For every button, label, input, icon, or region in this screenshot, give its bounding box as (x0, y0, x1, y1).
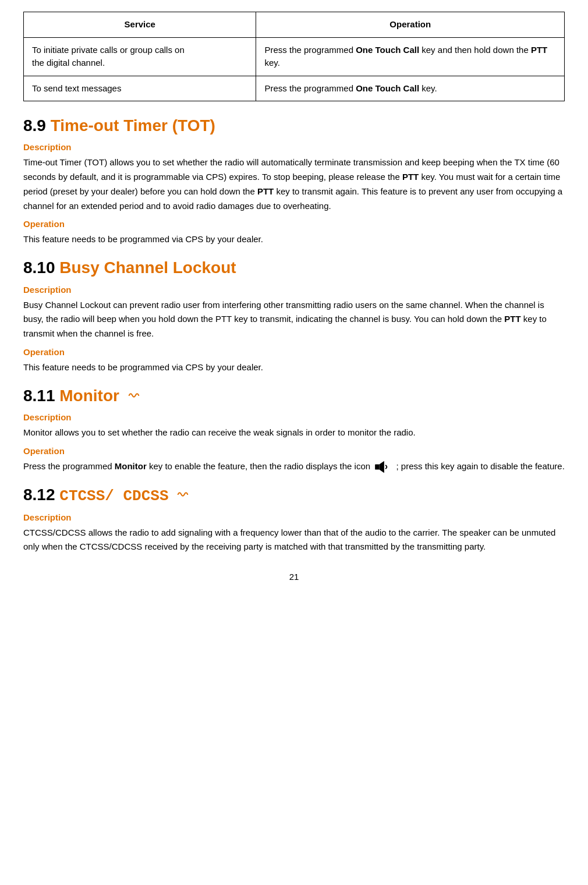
section-8-12: 8.12 CTCSS/ CDCSS Description CTCSS/CDCS… (23, 484, 565, 554)
section-number-8-9: 8.9 (23, 116, 51, 134)
section-heading-8-10: 8.10 Busy Channel Lockout (23, 257, 565, 278)
svg-marker-1 (380, 461, 384, 473)
monitor-wave-icon (127, 389, 140, 402)
section-title-8-10: Busy Channel Lockout (59, 259, 236, 277)
table-header-service: Service (24, 12, 256, 38)
ctcss-wave-icon (176, 488, 189, 501)
description-label-8-9: Description (23, 142, 565, 152)
table-cell-service-2: To send text messages (24, 76, 256, 101)
section-8-11: 8.11 Monitor Description Monitor allows … (23, 385, 565, 474)
section-heading-8-9: 8.9 Time-out Timer (TOT) (23, 115, 565, 136)
operation-text-8-10: This feature needs to be programmed via … (23, 360, 565, 375)
table-cell-operation-2: Press the programmed One Touch Call key. (256, 76, 565, 101)
svg-rect-0 (375, 464, 379, 469)
table-cell-service-1: To initiate private calls or group calls… (24, 37, 256, 76)
description-label-8-11: Description (23, 412, 565, 422)
description-text-8-11: Monitor allows you to set whether the ra… (23, 426, 565, 440)
section-heading-8-11: 8.11 Monitor (23, 385, 565, 406)
description-label-8-12: Description (23, 512, 565, 522)
description-label-8-10: Description (23, 285, 565, 295)
table-row: To initiate private calls or group calls… (24, 37, 565, 76)
section-number-8-11: 8.11 (23, 387, 59, 405)
section-8-10: 8.10 Busy Channel Lockout Description Bu… (23, 257, 565, 374)
description-text-8-12: CTCSS/CDCSS allows the radio to add sign… (23, 526, 565, 555)
description-text-8-9: Time-out Timer (TOT) allows you to set w… (23, 155, 565, 213)
operation-label-8-10: Operation (23, 347, 565, 357)
table-header-operation: Operation (256, 12, 565, 38)
table-cell-operation-1: Press the programmed One Touch Call key … (256, 37, 565, 76)
operation-text-8-11: Press the programmed Monitor key to enab… (23, 459, 565, 474)
section-number-8-10: 8.10 (23, 259, 59, 277)
speaker-icon (374, 460, 392, 474)
table-row: To send text messages Press the programm… (24, 76, 565, 101)
description-text-8-10: Busy Channel Lockout can prevent radio u… (23, 298, 565, 341)
page-number: 21 (23, 572, 565, 582)
operation-label-8-9: Operation (23, 219, 565, 229)
section-number-8-12: 8.12 (23, 486, 59, 504)
operation-text-8-9: This feature needs to be programmed via … (23, 232, 565, 247)
section-title-8-11: Monitor (59, 387, 119, 405)
section-title-8-12: CTCSS/ CDCSS (59, 487, 168, 505)
operation-label-8-11: Operation (23, 446, 565, 456)
section-title-8-9: Time-out Timer (TOT) (51, 116, 215, 134)
section-heading-8-12: 8.12 CTCSS/ CDCSS (23, 484, 565, 507)
service-operation-table: Service Operation To initiate private ca… (23, 12, 565, 101)
section-8-9: 8.9 Time-out Timer (TOT) Description Tim… (23, 115, 565, 247)
